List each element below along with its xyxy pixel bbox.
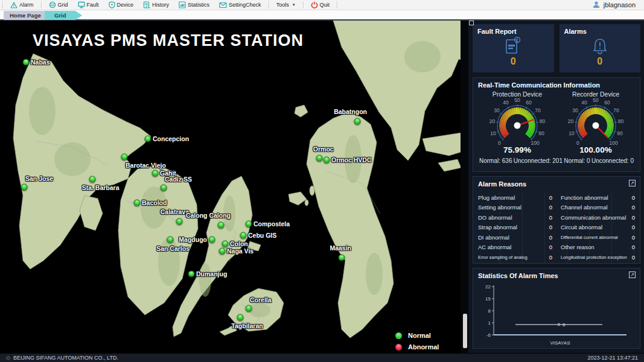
svg-text:-6: -6 (486, 332, 491, 338)
alarm-reasons-panel: Alarm Reasons ↗ Plug abnormal 0 Setting … (473, 176, 640, 264)
statistics-button-label: Statistics (188, 2, 209, 8)
settingcheck-button[interactable]: SettingCheck (214, 0, 266, 10)
alarm-reason-row: DI abnormal 0 (478, 232, 552, 243)
station-label: Cebu GIS (248, 232, 276, 239)
alarm-reason-row: Circuit abnormal 0 (561, 223, 635, 233)
envelope-icon (219, 2, 227, 8)
alarm-reason-count: 0 (632, 204, 635, 211)
alarm-reason-count: 0 (549, 194, 552, 201)
device-button[interactable]: Device (104, 0, 139, 10)
station-label: Colon (230, 240, 248, 247)
settingcheck-button-label: SettingCheck (229, 2, 261, 8)
station-marker-tagbilaran[interactable] (237, 314, 244, 321)
station-marker-bacolod[interactable] (134, 200, 141, 206)
statistics-button[interactable]: Statistics (174, 0, 214, 10)
station-marker-calong-calong[interactable] (218, 222, 225, 229)
svg-text:60: 60 (526, 100, 532, 106)
sidebar-gutter (461, 21, 468, 353)
station-label: Ormoc (313, 145, 334, 153)
station-marker-calatrava[interactable] (176, 218, 183, 225)
visayas-map: VISAYAS PMS MASTER STATION NabasConcepci… (0, 21, 461, 353)
alarm-reason-count: 0 (632, 234, 635, 241)
alarm-reason-row: Error sampling of analog 0 (478, 252, 552, 262)
alarm-reason-label: DO abnormal (478, 214, 512, 221)
station-marker-nabas[interactable] (23, 59, 30, 66)
alarm-reason-row: Communication abnormal 0 (561, 212, 635, 223)
station-marker-dumanjug[interactable] (188, 271, 195, 278)
station-marker-gahit[interactable] (152, 170, 159, 177)
station-marker-colon[interactable] (222, 241, 229, 247)
svg-text:60: 60 (604, 100, 610, 106)
legend-abnormal-dot-icon (395, 344, 402, 351)
tab-grid[interactable]: Grid (45, 11, 82, 20)
alarm-statistics-title: Statistics Of Alarm Times (478, 272, 635, 279)
svg-text:20: 20 (489, 118, 496, 124)
station-marker-san-carlos[interactable] (167, 237, 174, 243)
main-toolbar: AlarmGridFaultDeviceHistoryStatisticsSet… (0, 0, 644, 10)
alarm-reason-row: Plug abnormal 0 (478, 192, 552, 203)
alarm-reason-count: 0 (632, 214, 635, 221)
station-marker-san-jose[interactable] (21, 184, 28, 191)
station-marker-barotac-viejo[interactable] (121, 154, 128, 160)
gauge-protection-device: Protection Device 0102030405060708090100… (478, 89, 556, 157)
alarm-statistics-expand-icon[interactable]: ↗ (629, 272, 636, 278)
svg-text:90: 90 (538, 130, 544, 136)
map-legend: Normal Abnormal (395, 332, 439, 353)
station-marker-babatngon[interactable] (354, 118, 361, 125)
alarm-reason-label: Error sampling of analog (478, 255, 528, 260)
alarm-reason-count: 0 (549, 254, 552, 261)
station-label: Calatrava (161, 208, 189, 215)
station-label: San Carlos (156, 245, 190, 252)
alarm-reason-label: Circuit abnormal (561, 224, 602, 230)
fault-button-label: Fault (87, 2, 99, 8)
sidebar-collapse-button[interactable] (469, 21, 474, 25)
fault-report-card[interactable]: Fault Report 0 (473, 24, 554, 72)
station-marker-concepcion[interactable] (145, 136, 151, 142)
alarm-reason-label: Other reason (561, 244, 594, 250)
station-marker-cadiz-ss[interactable] (161, 185, 167, 191)
tools-button-label: Tools (276, 2, 289, 8)
station-marker-sta-barbara[interactable] (89, 176, 96, 183)
svg-text:10: 10 (569, 130, 575, 136)
station-label: Cadiz SS (165, 176, 192, 183)
svg-text:8: 8 (488, 308, 491, 314)
alarm-reason-row: Function abnormal 0 (561, 192, 635, 203)
grid-button[interactable]: Grid (44, 0, 73, 10)
tools-button[interactable]: Tools▼ (272, 0, 301, 10)
alarm-statistics-panel: Statistics Of Alarm Times ↗ 22 15 8 1 -6… (473, 268, 640, 349)
toolbar-separator (269, 1, 269, 8)
fault-button[interactable]: Fault (73, 0, 104, 10)
station-marker-maasin[interactable] (339, 255, 345, 261)
quit-button[interactable]: Quit (306, 0, 335, 10)
history-button[interactable]: History (138, 0, 174, 10)
station-marker-naga-vis[interactable] (219, 248, 226, 255)
svg-text:10: 10 (490, 130, 496, 136)
svg-text:100.00%: 100.00% (579, 145, 611, 154)
scrollbar-thumb[interactable] (463, 314, 467, 348)
station-marker-compostela[interactable] (246, 221, 252, 227)
quit-button-label: Quit (320, 2, 330, 8)
station-label: Barotac Viejo (126, 162, 166, 169)
station-marker-corella[interactable] (246, 305, 252, 312)
station-marker-ormoc[interactable] (316, 155, 323, 162)
comm-stat: Normal: 0 (564, 157, 590, 164)
alarm-reason-label: Differential current abnormal (561, 235, 618, 240)
station-marker-magdugo[interactable] (209, 237, 215, 243)
alarm-reasons-expand-icon[interactable]: ↗ (629, 180, 636, 186)
station-label: Magdugo (179, 236, 207, 243)
alarm-button[interactable]: Alarm (5, 0, 39, 10)
user-menu[interactable]: jblagnason (592, 1, 644, 10)
svg-text:40: 40 (581, 100, 587, 106)
station-marker-ormoc-hvdc[interactable] (324, 157, 330, 164)
toolbar-separator (2, 1, 3, 8)
station-marker-cebu-gis[interactable] (240, 232, 247, 239)
alarm-reason-label: Function abnormal (561, 194, 608, 201)
alarm-reason-row: Setting abnormal 0 (478, 203, 552, 213)
alarm-reason-label: Communication abnormal (561, 214, 626, 221)
alarm-reason-row: Longitudinal protection exception 0 (561, 252, 635, 262)
alarm-times-chart: 22 15 8 1 -6 0 VISAYAS (478, 282, 630, 347)
right-sidebar: Fault Report 0 Alarms (468, 21, 644, 353)
alarm-button-label: Alarm (19, 2, 34, 8)
alarms-card[interactable]: Alarms 0 (560, 24, 641, 72)
svg-text:70: 70 (535, 107, 541, 113)
